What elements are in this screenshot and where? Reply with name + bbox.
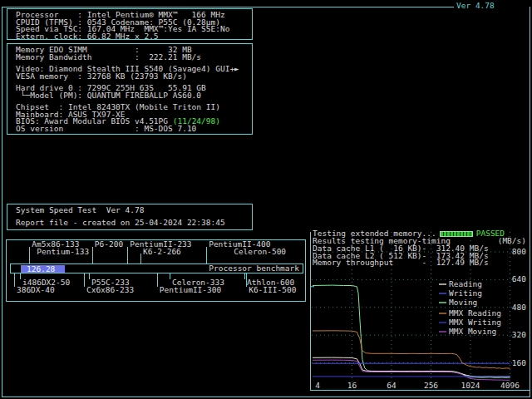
svg-text:256: 256 (424, 381, 438, 390)
benchmark-tick (29, 247, 30, 264)
info-line: OS version : MS-DOS 7.10 (16, 126, 252, 133)
info-line: └─Model (PM): QUANTUM FIREBALLP AS60.0 (16, 92, 252, 100)
svg-text:4: 4 (315, 381, 320, 390)
system-info-box: Memory EDO SIMM : 32 MBMemory Bandwidth … (7, 43, 253, 135)
screen: Ver 4.78 Processor : Intel Pentium® MMX™… (0, 0, 532, 399)
benchmark-tick (84, 273, 85, 287)
benchmark-tick (14, 273, 15, 287)
svg-text:16: 16 (347, 381, 357, 390)
benchmark-cpu-label: K6-2-266 (143, 249, 181, 256)
svg-text:MMX Writing: MMX Writing (449, 318, 501, 327)
info-line: VESA memory : 32768 KB (23793 KB/s) (16, 73, 252, 81)
svg-text:320: 320 (512, 330, 526, 339)
frame-top-line (2, 7, 454, 7)
svg-text:4096: 4096 (500, 381, 520, 390)
svg-text:Reading: Reading (449, 279, 482, 288)
info-line: Report file - created on 25-04-2024 22:3… (16, 219, 252, 227)
benchmark-cpu-label: PentiumII-300 (160, 287, 221, 294)
benchmark-scale: 126.28 Processor benchmark (10, 264, 303, 273)
benchmark-tick (92, 247, 93, 264)
benchmark-tick (244, 273, 245, 279)
memory-chart: 1603204806408004166425610244096ReadingWr… (310, 229, 530, 392)
svg-text:MMX Reading: MMX Reading (449, 308, 501, 318)
svg-text:1024: 1024 (461, 381, 480, 390)
benchmark-tick (170, 273, 170, 279)
benchmark-tick (140, 254, 141, 264)
svg-text:800: 800 (512, 247, 526, 256)
info-line: Extern. clock: 66.82 MHz x 2.5 (16, 33, 252, 41)
svg-text:MMX Moving: MMX Moving (449, 327, 496, 336)
frame-left-line (2, 7, 2, 397)
benchmark-title: Processor benchmark (209, 265, 299, 273)
units-label: (MB/s) (498, 238, 526, 245)
cpu-info-box: Processor : Intel Pentium® MMX™ 166 MHzC… (7, 8, 253, 40)
frame-right-line (530, 7, 530, 397)
svg-text:160: 160 (512, 358, 526, 367)
benchmark-panel: 126.28 Processor benchmark Am5x86-133P6-… (6, 239, 306, 302)
benchmark-cpu-label: Cx6x86-233 (86, 287, 134, 294)
benchmark-tick (157, 273, 158, 287)
svg-text:64: 64 (387, 381, 397, 390)
report-info-box: System Speed Test Ver 4.78Report file - … (7, 204, 253, 230)
benchmark-tick (206, 247, 207, 264)
info-line: Memory Bandwidth : 222.21 MB/s (16, 54, 252, 62)
benchmark-tick (246, 273, 247, 287)
benchmark-cpu-label: Pentium-133 (37, 249, 89, 256)
version-label: Ver 4.78 (456, 2, 495, 10)
benchmark-score-bar: 126.28 (21, 265, 65, 273)
benchmark-cpu-label: P6-200 (95, 241, 123, 249)
frame-bottom-line (2, 397, 530, 397)
svg-text:Moving: Moving (449, 298, 477, 307)
benchmark-cpu-label: K6-III-500 (249, 287, 296, 294)
svg-text:480: 480 (512, 303, 526, 312)
benchmark-cpu-label: Celeron-500 (234, 249, 286, 256)
benchmark-tick (127, 247, 128, 264)
svg-text:Writing: Writing (449, 288, 482, 298)
svg-text:640: 640 (512, 274, 526, 283)
info-line: System Speed Test Ver 4.78 (16, 207, 252, 214)
benchmark-tick (20, 273, 21, 279)
benchmark-tick (89, 273, 90, 279)
benchmark-cpu-label: 386DX-40 (17, 287, 55, 294)
throughput-line: Memory throughput - 127.49 MB/s (313, 259, 489, 267)
